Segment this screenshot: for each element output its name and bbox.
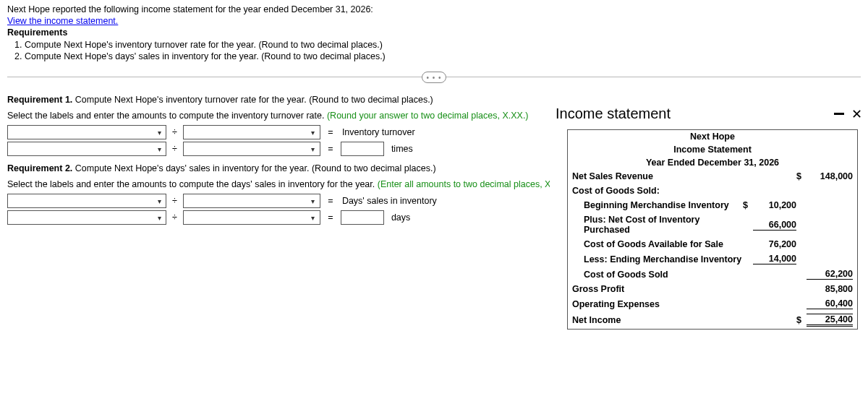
equals-sign: = [326, 196, 335, 206]
req1-sub-b: (Round your answer to two decimal places… [327, 111, 529, 121]
row-purchases: Plus: Net Cost of Inventory Purchased 66… [568, 212, 857, 237]
row-gross: Gross Profit 85,800 [568, 282, 857, 296]
req2-title-bold: Requirement 2. [7, 163, 72, 173]
income-statement-popup: Income statement ✕ Next Hope Income Stat… [550, 103, 868, 396]
view-income-statement-link[interactable]: View the income statement. [7, 16, 118, 26]
req1-numerator-value[interactable]: ▾ [7, 142, 166, 156]
popup-title: Income statement [556, 106, 671, 122]
chevron-down-icon: ▾ [154, 197, 164, 205]
row-beg-inv: Beginning Merchandise Inventory $ 10,200 [568, 198, 857, 212]
req1-result-value[interactable] [341, 142, 384, 156]
chevron-down-icon: ▾ [308, 129, 318, 137]
req2-denominator-value[interactable]: ▾ [183, 210, 320, 225]
cell-amount: 62,200 [807, 269, 853, 280]
cell-label: Less: Ending Merchandise Inventory [572, 254, 743, 264]
cell-amount: 76,200 [753, 239, 796, 249]
row-net-income: Net Income $ 25,400 [568, 311, 857, 329]
requirement-item-1: Compute Next Hope's inventory turnover r… [25, 39, 861, 51]
req1-title-bold: Requirement 1. [7, 95, 72, 105]
row-cogs: Cost of Goods Sold 62,200 [568, 267, 857, 282]
cell-label: Gross Profit [572, 284, 743, 294]
cell-amount: 85,800 [807, 284, 853, 294]
chevron-down-icon: ▾ [308, 145, 318, 153]
popup-header: Income statement ✕ [550, 103, 868, 129]
chevron-down-icon: ▾ [154, 214, 164, 222]
cell-currency: $ [743, 200, 753, 210]
req1-denominator-select[interactable]: ▾ [183, 125, 320, 139]
chevron-down-icon: ▾ [308, 214, 318, 222]
req2-numerator-select[interactable]: ▾ [7, 194, 166, 208]
intro-line: Next Hope reported the following income … [7, 4, 861, 14]
cell-label: Cost of Goods Available for Sale [572, 239, 743, 249]
req2-denominator-select[interactable]: ▾ [183, 194, 320, 208]
cell-currency: $ [796, 171, 807, 181]
row-end-inv: Less: Ending Merchandise Inventory 14,00… [568, 251, 857, 267]
cell-currency: $ [796, 315, 807, 325]
close-icon[interactable]: ✕ [851, 109, 862, 119]
cell-label: Operating Expenses [572, 299, 743, 309]
req2-unit: days [390, 212, 410, 223]
cell-amount: 25,400 [807, 314, 853, 327]
req1-result-label: Inventory turnover [341, 127, 415, 137]
cell-label: Plus: Net Cost of Inventory Purchased [572, 215, 743, 235]
row-opex: Operating Expenses 60,400 [568, 296, 857, 311]
more-button[interactable]: • • • [422, 72, 446, 83]
chevron-down-icon: ▾ [154, 145, 164, 153]
cell-label: Net Income [572, 315, 743, 325]
requirement-item-2: Compute Next Hope's days' sales in inven… [25, 51, 861, 62]
cell-label: Cost of Goods Sold: [572, 186, 743, 196]
req2-result-label: Days' sales in inventory [341, 196, 437, 206]
row-avail: Cost of Goods Available for Sale 76,200 [568, 237, 857, 251]
row-cogs-header: Cost of Goods Sold: [568, 184, 857, 198]
divide-op: ÷ [172, 144, 177, 154]
equals-sign: = [326, 144, 335, 154]
cell-amount: 60,400 [807, 298, 853, 309]
income-statement-table: Next Hope Income Statement Year Ended De… [567, 129, 858, 330]
cell-amount: 10,200 [753, 200, 796, 210]
equals-sign: = [326, 127, 335, 137]
equals-sign: = [326, 212, 335, 223]
stmt-period: Year Ended December 31, 2026 [568, 156, 857, 169]
cell-amount: 148,000 [807, 171, 853, 181]
req2-sub-a: Select the labels and enter the amounts … [7, 179, 378, 189]
divider: • • • [7, 77, 861, 77]
divide-op: ÷ [172, 212, 177, 223]
req2-title-rest: Compute Next Hope's days' sales in inven… [72, 163, 435, 173]
chevron-down-icon: ▾ [154, 129, 164, 137]
stmt-name: Income Statement [568, 143, 857, 156]
cell-label: Cost of Goods Sold [572, 270, 743, 280]
req1-title-rest: Compute Next Hope's inventory turnover r… [72, 95, 433, 105]
requirements-heading: Requirements [7, 27, 861, 38]
req1-numerator-select[interactable]: ▾ [7, 125, 166, 139]
req1-denominator-value[interactable]: ▾ [183, 142, 320, 156]
req1-sub-a: Select the labels and enter the amounts … [7, 111, 327, 121]
cell-amount: 14,000 [753, 254, 796, 264]
divide-op: ÷ [172, 127, 177, 137]
cell-label: Net Sales Revenue [572, 171, 743, 181]
minimize-icon[interactable] [834, 113, 844, 115]
divide-op: ÷ [172, 196, 177, 206]
cell-label: Beginning Merchandise Inventory [572, 200, 743, 210]
req2-sub-b: (Enter all amounts to two decimal places… [378, 179, 571, 189]
req1-unit: times [390, 144, 413, 154]
req2-numerator-value[interactable]: ▾ [7, 210, 166, 225]
stmt-company: Next Hope [568, 130, 857, 143]
cell-amount: 66,000 [753, 220, 796, 231]
requirements-list: Compute Next Hope's inventory turnover r… [7, 39, 861, 62]
req2-result-value[interactable] [341, 210, 384, 225]
chevron-down-icon: ▾ [308, 197, 318, 205]
row-net-sales: Net Sales Revenue $ 148,000 [568, 169, 857, 184]
